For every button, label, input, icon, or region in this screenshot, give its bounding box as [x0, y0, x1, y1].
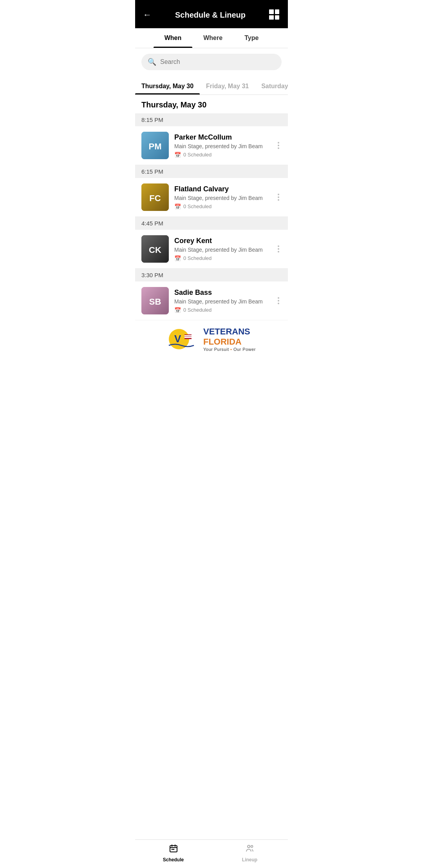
- artist-stage: Main Stage, presented by Jim Beam: [174, 298, 270, 305]
- more-dot: [278, 251, 279, 252]
- qr-button[interactable]: [269, 9, 280, 20]
- time-slot: 6:15 PM: [135, 165, 288, 178]
- day-tab-friday[interactable]: Friday, May 31: [200, 79, 255, 94]
- schedule-content: Thursday, May 30 8:15 PM PM Parker McCol…: [135, 95, 288, 389]
- day-selector: Thursday, May 30 Friday, May 31 Saturday…: [135, 76, 288, 95]
- more-dot: [278, 300, 279, 301]
- calendar-icon: 📅: [174, 307, 181, 313]
- time-slot: 4:45 PM: [135, 217, 288, 230]
- more-options-button[interactable]: [275, 243, 282, 255]
- svg-text:V: V: [174, 333, 181, 345]
- artist-stage: Main Stage, presented by Jim Beam: [174, 195, 270, 201]
- artist-name: Parker McCollum: [174, 133, 270, 142]
- svg-rect-16: [184, 335, 192, 336]
- artist-stage: Main Stage, presented by Jim Beam: [174, 143, 270, 149]
- tab-where[interactable]: Where: [192, 28, 233, 48]
- svg-text:FC: FC: [149, 193, 161, 203]
- day-tab-saturday[interactable]: Saturday, Jun: [255, 79, 288, 94]
- more-dot: [278, 142, 279, 143]
- time-slot: 8:15 PM: [135, 113, 288, 126]
- artist-avatar-sadie: SB: [141, 287, 169, 314]
- artist-info-parker: Parker McCollum Main Stage, presented by…: [174, 133, 270, 158]
- veterans-florida-banner: V VETERANS FLORIDA Your Pursuit • Our Po…: [135, 320, 288, 358]
- qr-cell: [269, 9, 274, 14]
- banner-brand-name: VETERANS: [203, 327, 256, 337]
- banner-tagline: Your Pursuit • Our Power: [203, 347, 256, 352]
- more-dot: [278, 194, 279, 195]
- artist-name: Sadie Bass: [174, 289, 270, 297]
- artist-avatar-flatland: FC: [141, 183, 169, 211]
- artist-scheduled: 📅 0 Scheduled: [174, 255, 270, 261]
- artist-info-corey: Corey Kent Main Stage, presented by Jim …: [174, 237, 270, 261]
- section-date-header: Thursday, May 30: [135, 95, 288, 113]
- search-icon: 🔍: [148, 58, 156, 66]
- more-dot: [278, 303, 279, 304]
- tab-type[interactable]: Type: [233, 28, 269, 48]
- calendar-icon: 📅: [174, 203, 181, 210]
- artist-name: Corey Kent: [174, 237, 270, 245]
- banner-text: VETERANS FLORIDA Your Pursuit • Our Powe…: [203, 327, 256, 352]
- more-options-button[interactable]: [275, 140, 282, 151]
- artist-avatar-corey: CK: [141, 235, 169, 263]
- svg-rect-17: [184, 337, 192, 338]
- day-tab-thursday[interactable]: Thursday, May 30: [135, 79, 200, 94]
- more-dot: [278, 196, 279, 198]
- artist-info-flatland: Flatland Calvary Main Stage, presented b…: [174, 185, 270, 210]
- veterans-label: VETERANS: [203, 327, 250, 337]
- tab-when[interactable]: When: [154, 28, 193, 48]
- florida-label: FLORIDA: [203, 337, 256, 347]
- svg-text:SB: SB: [149, 297, 161, 307]
- search-bar: 🔍: [141, 54, 282, 70]
- more-dot: [278, 245, 279, 247]
- artist-avatar-parker: PM: [141, 132, 169, 159]
- artist-name: Flatland Calvary: [174, 185, 270, 193]
- artist-scheduled: 📅 0 Scheduled: [174, 152, 270, 158]
- artist-stage: Main Stage, presented by Jim Beam: [174, 247, 270, 253]
- artist-scheduled: 📅 0 Scheduled: [174, 203, 270, 210]
- svg-text:CK: CK: [149, 245, 161, 255]
- qr-cell: [269, 15, 274, 20]
- banner-content: V VETERANS FLORIDA Your Pursuit • Our Po…: [167, 327, 256, 352]
- artist-card-flatland[interactable]: FC Flatland Calvary Main Stage, presente…: [135, 178, 288, 217]
- artist-card-corey[interactable]: CK Corey Kent Main Stage, presented by J…: [135, 230, 288, 269]
- svg-text:PM: PM: [149, 142, 162, 151]
- page-title: Schedule & Lineup: [152, 11, 269, 20]
- filter-tabs: When Where Type: [135, 28, 288, 48]
- more-dot: [278, 199, 279, 201]
- veterans-florida-logo: V: [167, 327, 199, 351]
- back-button[interactable]: ←: [143, 10, 152, 20]
- qr-cell: [275, 9, 280, 14]
- more-options-button[interactable]: [275, 191, 282, 203]
- search-input[interactable]: [160, 58, 275, 65]
- more-options-button[interactable]: [275, 295, 282, 307]
- search-container: 🔍: [135, 48, 288, 76]
- artist-scheduled: 📅 0 Scheduled: [174, 307, 270, 313]
- qr-cell: [275, 15, 280, 20]
- calendar-icon: 📅: [174, 152, 181, 158]
- more-dot: [278, 297, 279, 299]
- app-header: ← Schedule & Lineup: [135, 0, 288, 28]
- artist-info-sadie: Sadie Bass Main Stage, presented by Jim …: [174, 289, 270, 313]
- more-dot: [278, 248, 279, 250]
- artist-card-sadie[interactable]: SB Sadie Bass Main Stage, presented by J…: [135, 281, 288, 320]
- time-slot: 3:30 PM: [135, 269, 288, 281]
- artist-card-parker[interactable]: PM Parker McCollum Main Stage, presented…: [135, 126, 288, 165]
- more-dot: [278, 147, 279, 149]
- calendar-icon: 📅: [174, 255, 181, 261]
- more-dot: [278, 145, 279, 146]
